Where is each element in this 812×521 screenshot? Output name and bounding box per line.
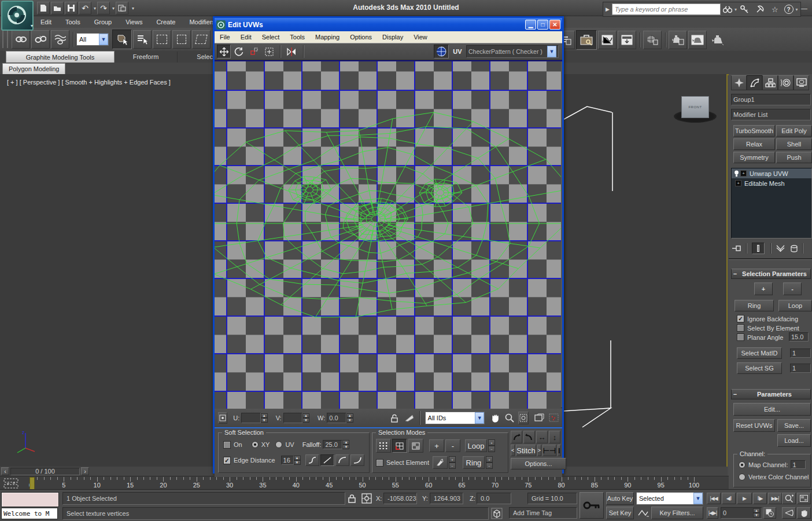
auto-key-button[interactable]: Auto Key [606,492,634,505]
macro-recorder-field[interactable] [1,492,59,507]
zoom-extents-icon[interactable] [534,413,544,422]
save-file-icon[interactable] [65,2,77,14]
paint-size-spinner[interactable]: +− [449,456,456,469]
expand-icon[interactable]: + [735,180,741,186]
align-vertical-icon[interactable]: ↕ [549,431,560,443]
uv-canvas[interactable] [215,61,561,409]
checkbox-unchecked[interactable] [737,333,744,341]
lock-selected-vertices-icon[interactable] [390,413,398,423]
rectangular-selection-region-button[interactable] [153,30,171,49]
push-button[interactable]: Push [776,152,812,163]
stack-item-unwrap-uvw[interactable]: + Unwrap UVW [732,168,811,178]
planar-angle-checkbox[interactable]: Planar Angle [737,333,783,341]
reset-uvws-button[interactable]: Reset UVWs [733,419,775,432]
u-field[interactable] [241,413,260,423]
loop-button[interactable]: Loop [778,300,812,311]
redo-icon[interactable]: ↷ [97,2,110,14]
menu-create[interactable]: Create [149,17,182,27]
render-production-icon[interactable] [708,31,728,49]
show-map-icon[interactable] [434,45,449,58]
filter-selected-faces-icon[interactable] [404,414,415,422]
sg-field[interactable]: 1 [790,364,811,373]
selection-filter-arrow[interactable]: ▼ [99,34,108,45]
dropdown-arrow[interactable]: ▼ [693,493,703,504]
checkbox-checked[interactable]: ✓ [737,315,744,322]
selection-lock-icon[interactable] [348,494,356,503]
play-button[interactable]: ▶ [737,493,752,504]
subtab-polygon-modeling[interactable]: Polygon Modeling [2,63,65,74]
rendered-frame-window-icon[interactable] [688,31,707,49]
max-logo[interactable]: ▾ [1,1,34,31]
pan-icon[interactable] [490,413,500,423]
remove-modifier-icon[interactable] [791,245,798,252]
grow-uv-selection-button[interactable]: + [429,439,444,452]
select-sg-button[interactable]: Select SG [737,362,782,374]
rotate-tool-icon[interactable] [232,45,246,58]
unlink-selection-icon[interactable] [31,30,50,49]
timeline-ruler[interactable]: 0510152025303540455055606570758085909510… [23,476,706,490]
make-unique-icon[interactable] [776,245,785,252]
stitch-button[interactable]: Stitch [516,445,536,456]
load-uvws-button[interactable]: Load... [777,434,811,447]
vertex-color-radio[interactable]: Vertex Color Channel [739,474,810,480]
symmetry-button[interactable]: Symmetry [733,152,775,163]
edit-poly-button[interactable]: Edit Poly [776,125,812,137]
ring-button[interactable]: Ring [463,456,485,469]
tab-freeform[interactable]: Freeform [115,52,178,63]
stitch-left-button[interactable]: < [511,445,515,456]
project-folder-icon[interactable] [116,2,128,14]
map-channel-radio[interactable]: Map Channel: 1 [739,460,810,469]
radio-selected[interactable] [739,461,745,468]
infocenter-expand-arrow[interactable]: ▶ [606,6,610,12]
frame-back-button[interactable]: ‹ [1,467,9,475]
frame-spinner[interactable]: ▲▼ [753,508,760,518]
dialog-titlebar[interactable]: Edit UVWs ▁ □ ✕ [215,18,562,31]
mirror-tool-icon[interactable] [284,45,299,58]
save-uvws-button[interactable]: Save... [777,419,811,432]
u-spinner[interactable]: ▲▼ [261,413,268,423]
parameters-rollout[interactable]: − Parameters [731,389,811,399]
add-time-tag-field[interactable]: Add Time Tag [509,507,577,519]
uvw-menu-mapping[interactable]: Mapping [310,34,345,41]
stitch-vertical-icon[interactable]: Ι [558,445,561,456]
open-mini-curve-editor-icon[interactable] [3,478,19,489]
falloff-smooth-curve-button[interactable] [305,454,319,466]
w-field[interactable]: 0.0 [327,413,346,423]
zoom-region-icon[interactable] [518,412,529,424]
ring-spinner[interactable]: +− [486,456,493,469]
edge-mode-button[interactable] [392,439,407,453]
expand-icon[interactable]: + [740,170,747,177]
subscription-key-icon[interactable] [740,5,749,13]
absolute-offset-toggle[interactable] [218,412,227,424]
uvw-menu-select[interactable]: Select [257,34,285,41]
new-file-icon[interactable] [37,2,50,14]
field-of-view-icon[interactable] [782,507,796,519]
turbosmooth-button[interactable]: TurboSmooth [733,125,775,137]
select-by-element-checkbox[interactable]: Select By Element [737,324,799,332]
dope-sheet-icon[interactable] [618,31,636,49]
loop-spinner[interactable]: +− [488,439,495,452]
frame-forward-button[interactable]: › [81,467,89,475]
pan-hand-icon[interactable] [797,507,811,519]
tab-modify-icon[interactable] [747,75,762,90]
align-horizontal-icon[interactable]: ↔ [536,431,548,443]
grow-selection-button[interactable]: + [754,282,773,295]
modifier-list-dropdown[interactable]: Modifier List [731,109,811,120]
ignore-backfacing-checkbox[interactable]: ✓Ignore Backfacing [737,315,798,322]
uvw-menu-options[interactable]: Options [345,34,377,41]
communication-center-icon[interactable] [756,5,765,13]
select-object-button[interactable] [112,30,132,49]
key-mode-toggle[interactable]: |◀▶| [707,507,718,519]
shrink-selection-button[interactable]: - [783,282,802,295]
falloff-fast-curve-button[interactable] [350,454,364,466]
uv-radio[interactable] [275,441,282,448]
all-ids-dropdown[interactable]: All IDs ▼ [425,412,485,424]
qat-customize-arrow[interactable]: ▾ [130,6,136,11]
relax-button[interactable]: Relax [733,138,775,150]
w-spinner[interactable]: ▲▼ [346,413,353,423]
absolute-mode-icon[interactable] [361,493,372,504]
collapse-icon[interactable]: − [732,391,739,398]
pin-stack-icon[interactable] [732,245,741,252]
track-bar[interactable]: 0510152025303540455055606570758085909510… [0,476,729,490]
edge-distance-field[interactable]: 16 [281,456,294,465]
